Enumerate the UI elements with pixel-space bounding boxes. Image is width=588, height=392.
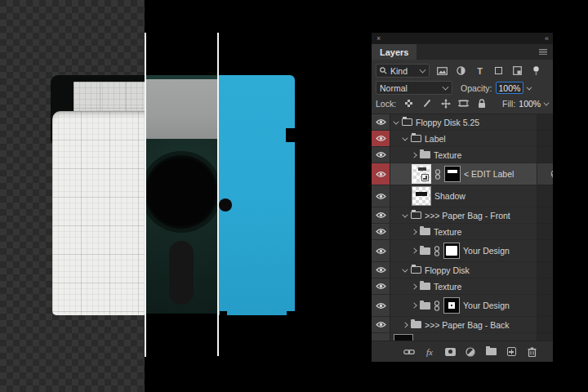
visibility-toggle[interactable] xyxy=(372,262,390,278)
fill-input[interactable]: 100% xyxy=(519,99,541,109)
folder-icon xyxy=(420,302,430,310)
layer-row[interactable]: Texture xyxy=(372,278,553,295)
layer-row[interactable]: >>> Paper Bag - Back xyxy=(372,317,553,333)
visibility-toggle[interactable] xyxy=(372,240,390,261)
layer-name[interactable]: Your Design xyxy=(463,246,510,256)
expand-chevron-icon[interactable] xyxy=(411,229,416,234)
mask-link-icon[interactable] xyxy=(434,246,440,256)
add-layer-mask-icon[interactable] xyxy=(443,345,457,359)
close-icon[interactable]: × xyxy=(376,34,381,42)
fill-label: Fill: xyxy=(502,99,515,109)
layer-row[interactable]: Floppy Disk 5.25 xyxy=(372,114,553,131)
filter-toggle-icon[interactable] xyxy=(530,65,542,77)
layer-name[interactable]: >>> Paper Bag - Front xyxy=(425,211,510,220)
expand-chevron-icon[interactable] xyxy=(402,212,408,217)
new-group-icon[interactable] xyxy=(484,345,497,359)
expand-chevron-icon[interactable] xyxy=(402,322,408,327)
layer-name[interactable]: Floppy Disk xyxy=(425,265,470,275)
layer-name[interactable]: Floppy Disk 5.25 xyxy=(416,118,479,127)
fill-chevron-icon[interactable] xyxy=(544,100,550,105)
layer-name[interactable]: < EDIT Label xyxy=(464,169,514,179)
layer-style-icon[interactable]: fx xyxy=(423,345,436,359)
new-layer-icon[interactable] xyxy=(505,345,518,359)
panel-controls: Kind T Normal xyxy=(372,60,553,114)
layer-thumbnail[interactable] xyxy=(412,164,431,184)
visibility-toggle[interactable] xyxy=(372,295,390,316)
mask-thumbnail[interactable] xyxy=(444,166,461,182)
layers-list: Floppy Disk 5.25 xyxy=(372,114,553,341)
adjustment-layers-filter-icon[interactable] xyxy=(455,65,467,77)
collapse-panel-icon[interactable]: « xyxy=(545,34,548,42)
layer-name[interactable]: Shadow xyxy=(434,191,466,201)
layer-row[interactable]: Texture xyxy=(372,224,553,240)
disk-hub-hole xyxy=(147,158,216,226)
layer-row[interactable]: >>> Paper Bag - Front xyxy=(372,207,553,224)
layer-name[interactable]: Texture xyxy=(434,150,461,160)
visibility-toggle[interactable] xyxy=(372,185,390,207)
layer-name[interactable]: Your Design xyxy=(463,301,510,310)
bottom-notch-right xyxy=(287,311,295,318)
visibility-toggle[interactable] xyxy=(372,278,390,294)
visibility-toggle[interactable] xyxy=(372,131,390,146)
link-layers-icon[interactable] xyxy=(403,345,416,359)
visibility-toggle[interactable] xyxy=(372,207,390,223)
layer-row[interactable]: Texture xyxy=(372,147,553,163)
layer-row[interactable]: < EDIT Label xyxy=(372,163,553,185)
blend-mode-dropdown[interactable]: Normal xyxy=(376,81,452,95)
layer-name[interactable]: Texture xyxy=(434,282,461,292)
lock-transparency-icon[interactable] xyxy=(403,98,414,109)
eye-icon xyxy=(376,193,386,200)
mask-link-icon[interactable] xyxy=(434,169,441,180)
visibility-toggle[interactable] xyxy=(372,224,390,239)
expand-chevron-icon[interactable] xyxy=(402,266,408,272)
layer-name[interactable]: Background xyxy=(416,339,462,341)
mask-thumbnail[interactable] xyxy=(443,297,460,314)
eye-icon xyxy=(376,266,386,274)
layer-name[interactable]: >>> Paper Bag - Back xyxy=(425,320,510,330)
opacity-chevron-icon[interactable] xyxy=(527,84,532,90)
new-adjustment-layer-icon[interactable] xyxy=(464,345,477,359)
expand-chevron-icon[interactable] xyxy=(411,152,416,158)
layer-row[interactable]: Your Design xyxy=(372,295,553,317)
expand-chevron-icon[interactable] xyxy=(411,247,416,253)
delete-layer-icon[interactable] xyxy=(525,345,538,359)
pixel-layers-filter-icon[interactable] xyxy=(436,65,448,77)
shape-layers-filter-icon[interactable] xyxy=(492,65,505,77)
visibility-toggle[interactable] xyxy=(372,163,390,185)
lock-artboard-icon[interactable] xyxy=(458,98,469,109)
layer-row[interactable]: Shadow xyxy=(372,185,553,207)
layer-thumbnail[interactable] xyxy=(412,186,431,206)
expand-chevron-icon[interactable] xyxy=(411,283,416,289)
smart-object-badge[interactable] xyxy=(550,170,553,179)
smart-object-filter-icon[interactable] xyxy=(511,65,523,77)
layer-name[interactable]: Label xyxy=(425,134,446,144)
visibility-toggle[interactable] xyxy=(372,114,390,130)
opacity-input[interactable]: 100% xyxy=(496,82,524,94)
eye-icon xyxy=(376,321,386,328)
folder-icon xyxy=(411,212,421,219)
lock-paint-icon[interactable] xyxy=(421,98,432,109)
layer-row[interactable]: Label xyxy=(372,131,553,147)
lock-position-icon[interactable] xyxy=(440,98,451,109)
mask-link-icon[interactable] xyxy=(434,301,440,311)
expand-chevron-icon[interactable] xyxy=(411,302,416,308)
layer-row[interactable]: Your Design xyxy=(372,240,553,262)
lock-all-icon[interactable] xyxy=(477,98,488,109)
chevron-down-icon xyxy=(420,66,426,73)
visibility-toggle[interactable] xyxy=(372,317,390,332)
tab-layers[interactable]: Layers xyxy=(372,44,416,60)
expand-chevron-icon[interactable] xyxy=(402,135,408,140)
panel-menu-icon[interactable] xyxy=(539,49,547,55)
layer-row[interactable]: Background xyxy=(372,333,553,341)
folder-icon xyxy=(411,266,421,274)
layer-row[interactable]: Floppy Disk xyxy=(372,262,553,278)
filter-kind-dropdown[interactable]: Kind xyxy=(376,64,430,78)
filter-row: Kind T xyxy=(376,62,549,79)
mask-thumbnail[interactable] xyxy=(443,243,460,259)
layer-name[interactable]: Texture xyxy=(434,227,461,237)
type-layers-filter-icon[interactable]: T xyxy=(474,65,486,77)
expand-chevron-icon[interactable] xyxy=(393,118,399,124)
visibility-toggle[interactable] xyxy=(372,333,390,341)
visibility-toggle[interactable] xyxy=(372,147,390,163)
layer-thumbnail[interactable] xyxy=(394,334,413,341)
